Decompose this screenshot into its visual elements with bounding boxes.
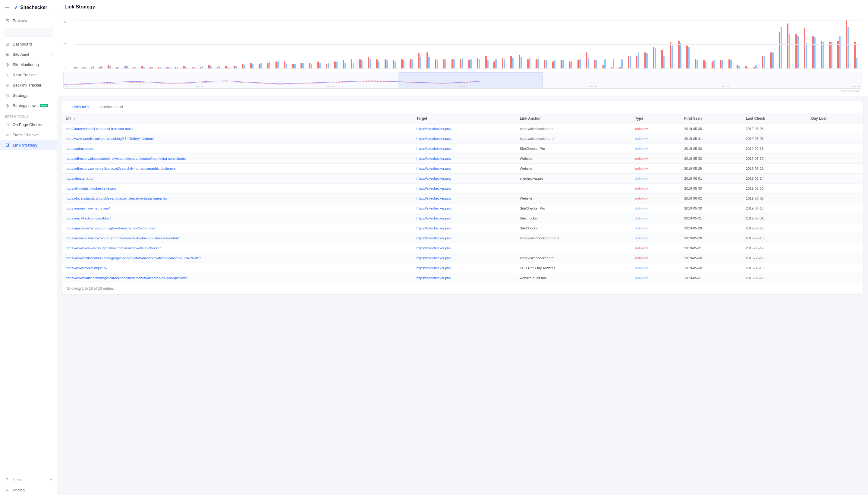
target-link[interactable]: https://sitechecker.pro/ <box>417 217 451 220</box>
url-link[interactable]: https://local.standard.co.uk/search/axmi… <box>66 197 167 200</box>
cell-anchor: SiteChecker Pro <box>516 144 631 154</box>
bar-red <box>410 59 411 68</box>
target-link[interactable]: https://sitechecker.pro/ <box>417 206 451 210</box>
target-link[interactable]: https://sitechecker.pro/ <box>417 226 451 230</box>
target-link[interactable]: https://sitechecker.pro/ <box>417 137 451 140</box>
cell-last-check: 2019-06-02 <box>742 193 808 204</box>
url-link[interactable]: https://directory.somersetlive.co.uk/sea… <box>66 167 176 170</box>
bar-red <box>259 64 260 68</box>
target-link[interactable]: https://sitechecker.pro/ <box>417 167 451 170</box>
bar-blue <box>529 58 531 68</box>
bar-red <box>762 56 763 68</box>
table-row: https://pixelmechanics.com.sg/pixel-mech… <box>62 223 863 233</box>
y-tick-40: 40 <box>63 20 66 23</box>
table-row: https://directory.somersetlive.co.uk/sea… <box>62 164 863 174</box>
table-row: https://www.dubaicitycompany.com/how-and… <box>62 233 863 243</box>
sidebar-item-link-strategy[interactable]: ⊡ Link Strategy <box>0 140 57 150</box>
sidebar-item-rank-tracker[interactable]: ∿ Rank Tracker <box>0 70 57 80</box>
sidebar-item-dashboard[interactable]: ⊞ Dashboard <box>0 39 57 49</box>
sidebar-item-label: Strategy new <box>13 103 36 108</box>
bar-blue <box>135 67 136 68</box>
url-link[interactable]: https://www.vault.com/blogs/career-readi… <box>66 276 188 280</box>
cell-target: https://sitechecker.pro/ <box>413 154 516 164</box>
target-link[interactable]: https://sitechecker.pro/ <box>417 147 451 150</box>
url-link[interactable]: https://www.morounique.tk/ <box>66 266 107 270</box>
url-link[interactable]: https://moanit.io/what-is-seo/ <box>66 206 110 210</box>
target-link[interactable]: https://sitechecker.pro/ <box>417 276 451 280</box>
target-link[interactable]: https://sitechecker.pro/ <box>417 246 451 250</box>
url-link[interactable]: https://adop.tools/ <box>66 147 93 150</box>
bar-blue <box>504 59 505 68</box>
bar-group <box>385 59 393 68</box>
type-badge: nofollow <box>635 246 648 250</box>
tab-links-table[interactable]: Links table <box>67 101 95 113</box>
cell-type: nofollow <box>631 193 680 204</box>
cell-type: nofollow <box>631 154 680 164</box>
url-link[interactable]: https://www.keywordssuggestion.com/searc… <box>66 246 161 250</box>
url-link[interactable]: http://korayodabasi.com/best-free-seo-to… <box>66 127 133 131</box>
sidebar-item-strategy-new[interactable]: ◎ Strategy new new <box>0 100 57 110</box>
url-link[interactable]: https://nickthrolson.com/blog/ <box>66 217 110 220</box>
bar-blue <box>277 62 279 68</box>
target-link[interactable]: https://sitechecker.pro/ <box>417 256 451 260</box>
sidebar-projects[interactable]: ⊟ Projects <box>0 15 57 25</box>
target-link[interactable]: https://sitechecker.pro/ <box>417 177 451 180</box>
cell-last-check: 2019-09-18 <box>742 144 808 154</box>
target-link[interactable]: https://sitechecker.pro/ <box>417 127 451 131</box>
cell-type: nofollow <box>631 184 680 193</box>
site-audit-icon: ◉ <box>5 52 10 57</box>
table-row: https://hosteria.ru/ https://sitechecker… <box>62 174 863 184</box>
cell-target: https://sitechecker.pro/ <box>413 124 516 134</box>
chart-container: 40 20 0 Links count total <box>57 14 868 96</box>
table-row: https://nickthrolson.com/blog/ https://s… <box>62 214 863 223</box>
sidebar-item-on-page-checker[interactable]: ◻ On Page Checker <box>0 119 57 130</box>
sidebar-item-site-monitoring[interactable]: ◎ Site Monitoring <box>0 59 57 70</box>
bar-group <box>485 56 493 68</box>
bar-red <box>427 52 428 68</box>
url-link[interactable]: https://www.millionairiun.com/google-seo… <box>66 256 201 260</box>
url-link[interactable]: https://linkstats.info/best-site.pro/ <box>66 187 116 190</box>
mini-navigator[interactable]: Jul '17 Jan '18 Apr '18 Jul '18 Dec '18 … <box>63 72 862 89</box>
type-badge: dofollow <box>635 137 648 140</box>
bar-red <box>435 59 436 68</box>
target-link[interactable]: https://sitechecker.pro/ <box>417 187 451 190</box>
bar-red <box>804 28 805 68</box>
target-link[interactable]: https://sitechecker.pro/ <box>417 157 451 160</box>
sidebar-item-pricing[interactable]: ≡ Pricing <box>0 485 57 495</box>
bar-group <box>233 66 241 68</box>
cell-target: https://sitechecker.pro/ <box>413 164 516 174</box>
bar-red <box>401 59 403 68</box>
bar-red <box>326 64 327 68</box>
cell-target: https://sitechecker.pro/ <box>413 233 516 243</box>
url-link[interactable]: https://pixelmechanics.com.sg/pixel-mech… <box>66 226 156 230</box>
mini-label-1: Jul '17 <box>65 85 72 88</box>
target-link[interactable]: https://sitechecker.pro/ <box>417 266 451 270</box>
bar-blue <box>781 27 782 68</box>
target-link[interactable]: https://sitechecker.pro/ <box>417 236 451 240</box>
bar-group <box>368 57 376 68</box>
target-link[interactable]: https://sitechecker.pro/ <box>417 197 451 200</box>
url-link[interactable]: http://www.weediscool.com/readblog/154/J… <box>66 137 154 140</box>
tab-anchor-cloud[interactable]: Anchor cloud <box>95 101 128 113</box>
hamburger-icon[interactable]: ☰ <box>5 5 9 11</box>
search-input[interactable] <box>4 28 53 36</box>
sidebar-item-traffic-checker[interactable]: ↗ Traffic Checker <box>0 130 57 140</box>
bar-red <box>544 60 545 68</box>
sidebar-item-help[interactable]: ? Help ▾ <box>0 475 57 485</box>
col-type: Type <box>631 113 680 124</box>
sidebar-item-site-audit[interactable]: ◉ Site Audit ▾ <box>0 49 57 59</box>
sidebar-item-strategy[interactable]: ◎ Strategy <box>0 90 57 100</box>
bar-red <box>846 20 847 68</box>
sidebar-item-backlink-tracker[interactable]: ⊕ Backlink Tracker <box>0 80 57 90</box>
url-link[interactable]: https://directory.gloucestershirelive.co… <box>66 157 186 160</box>
cell-anchor: https://sitechocker.pro/ <box>516 134 631 144</box>
bar-group <box>678 41 686 68</box>
type-badge: nofollow <box>635 256 648 260</box>
type-badge: dofollow <box>635 236 648 240</box>
sort-icon[interactable]: ▼ <box>73 117 76 120</box>
bar-blue <box>789 34 790 68</box>
url-link[interactable]: https://www.dubaicitycompany.com/how-and… <box>66 236 179 240</box>
bar-blue <box>630 56 631 68</box>
bar-group <box>628 56 636 68</box>
url-link[interactable]: https://hosteria.ru/ <box>66 177 93 180</box>
